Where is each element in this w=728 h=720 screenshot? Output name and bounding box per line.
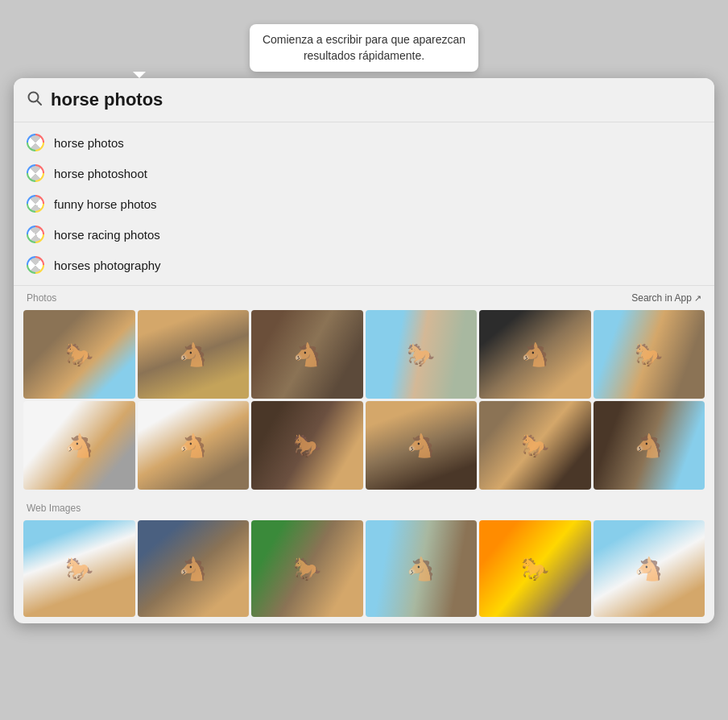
- search-in-app-button[interactable]: Search in App: [631, 292, 701, 304]
- search-icon: [27, 90, 43, 110]
- web-images-section-title: Web Images: [27, 503, 81, 514]
- photos-grid: 🐎 🐴 🐴 🐎 🐴 🐎: [14, 307, 714, 496]
- photo-cell-12[interactable]: 🐴: [594, 401, 705, 490]
- photos-section-title: Photos: [27, 292, 56, 304]
- photos-section-header: Photos Search in App: [14, 286, 714, 307]
- photo-cell-5[interactable]: 🐴: [479, 310, 591, 399]
- photo-cell-9[interactable]: 🐎: [251, 401, 363, 490]
- horse-photo-3-overlay: 🐴: [251, 310, 363, 399]
- suggestion-item-4[interactable]: horse racing photos: [14, 219, 714, 250]
- horse-photo-11-overlay: 🐎: [479, 401, 591, 490]
- safari-icon-1: [27, 134, 44, 151]
- photo-cell-10[interactable]: 🐴: [366, 401, 478, 490]
- safari-icon-5: [27, 256, 44, 274]
- safari-icon-3: [27, 195, 44, 213]
- web-images-grid: 🐎 🐴 🐎 🐴 🐎 🐴: [14, 517, 714, 623]
- safari-icon-4: [27, 226, 44, 243]
- tooltip: Comienza a escribir para que aparezcan r…: [14, 24, 714, 72]
- suggestion-text-3: funny horse photos: [54, 197, 157, 211]
- photo-cell-1[interactable]: 🐎: [23, 310, 135, 399]
- photo-cell-2[interactable]: 🐴: [138, 310, 250, 399]
- photo-cell-8[interactable]: 🐴: [138, 401, 250, 490]
- suggestion-item-1[interactable]: horse photos: [14, 127, 714, 158]
- horse-photo-8-overlay: 🐴: [138, 401, 250, 490]
- web-image-1-overlay: 🐎: [23, 520, 135, 617]
- search-bar: [14, 78, 714, 122]
- web-image-4-overlay: 🐴: [366, 520, 478, 617]
- web-image-6-overlay: 🐴: [594, 520, 705, 617]
- tooltip-bubble: Comienza a escribir para que aparezcan r…: [250, 24, 478, 72]
- search-panel: horse photos horse photoshoot funny hors…: [14, 78, 714, 623]
- web-images-section-header: Web Images: [14, 496, 714, 517]
- web-image-5-overlay: 🐎: [479, 520, 591, 617]
- horse-photo-2-overlay: 🐴: [138, 310, 250, 399]
- horse-photo-6-overlay: 🐎: [594, 310, 705, 399]
- horse-photo-1-overlay: 🐎: [23, 310, 135, 399]
- web-image-cell-2[interactable]: 🐴: [138, 520, 250, 617]
- web-image-cell-1[interactable]: 🐎: [23, 520, 135, 617]
- horse-photo-5-overlay: 🐴: [479, 310, 591, 399]
- photo-cell-7[interactable]: 🐴: [23, 401, 135, 490]
- suggestion-text-2: horse photoshoot: [54, 167, 147, 180]
- web-image-cell-6[interactable]: 🐴: [594, 520, 705, 617]
- horse-photo-7-overlay: 🐴: [23, 401, 135, 490]
- svg-line-1: [37, 101, 41, 105]
- web-image-2-overlay: 🐴: [138, 520, 250, 617]
- web-image-cell-5[interactable]: 🐎: [479, 520, 591, 617]
- web-image-3-overlay: 🐎: [251, 520, 363, 617]
- web-image-cell-4[interactable]: 🐴: [366, 520, 478, 617]
- photo-cell-11[interactable]: 🐎: [479, 401, 591, 490]
- safari-icon-2: [27, 164, 44, 182]
- horse-photo-9-overlay: 🐎: [251, 401, 363, 490]
- tooltip-text-line2: resultados rápidamente.: [304, 49, 424, 62]
- suggestion-text-1: horse photos: [54, 136, 124, 150]
- web-image-cell-3[interactable]: 🐎: [251, 520, 363, 617]
- horse-photo-4-overlay: 🐎: [366, 310, 478, 399]
- horse-photo-10-overlay: 🐴: [366, 401, 478, 490]
- horse-photo-12-overlay: 🐴: [594, 401, 705, 490]
- photo-cell-3[interactable]: 🐴: [251, 310, 363, 399]
- suggestion-item-3[interactable]: funny horse photos: [14, 188, 714, 219]
- search-input[interactable]: [51, 89, 701, 110]
- suggestion-item-2[interactable]: horse photoshoot: [14, 158, 714, 188]
- suggestions-list: horse photos horse photoshoot funny hors…: [14, 122, 714, 286]
- photo-cell-4[interactable]: 🐎: [366, 310, 478, 399]
- suggestion-item-5[interactable]: horses photography: [14, 250, 714, 280]
- tooltip-text-line1: Comienza a escribir para que aparezcan: [263, 33, 465, 46]
- photo-cell-6[interactable]: 🐎: [594, 310, 705, 399]
- suggestion-text-4: horse racing photos: [54, 228, 160, 242]
- suggestion-text-5: horses photography: [54, 259, 161, 272]
